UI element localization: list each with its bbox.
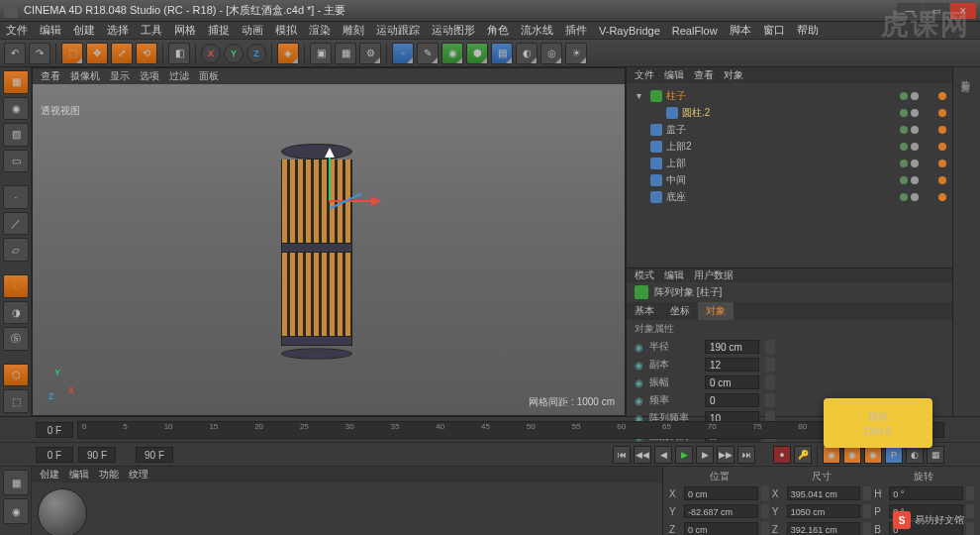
model-mode[interactable]: ▦ bbox=[3, 70, 29, 94]
autokey[interactable]: 🔑 bbox=[794, 446, 812, 464]
menu-窗口[interactable]: 窗口 bbox=[763, 23, 785, 38]
hierarchy-item[interactable]: 圆柱.2 bbox=[633, 104, 946, 121]
key-opts[interactable]: ▦ bbox=[927, 446, 944, 464]
menu-选择[interactable]: 选择 bbox=[107, 23, 129, 38]
attr-tab-坐标[interactable]: 坐标 bbox=[662, 302, 698, 320]
snap-settings[interactable]: ⬡ bbox=[3, 364, 29, 387]
menu-网格[interactable]: 网格 bbox=[174, 23, 196, 38]
goto-start[interactable]: ⏮ bbox=[613, 446, 631, 464]
edge-mode[interactable]: ／ bbox=[3, 212, 29, 236]
model-preview[interactable] bbox=[281, 144, 352, 352]
hierarchy-item[interactable]: ▾柱子 bbox=[633, 87, 946, 104]
generator-nurbs[interactable]: ◉ bbox=[441, 43, 463, 64]
rotate-tool[interactable]: ⟲ bbox=[136, 43, 157, 64]
move-tool[interactable]: ✥ bbox=[86, 43, 108, 64]
key-scale[interactable]: ◉ bbox=[843, 446, 861, 464]
menu-工具[interactable]: 工具 bbox=[141, 23, 162, 38]
play-button[interactable]: ▶ bbox=[675, 446, 693, 464]
menu-流水线[interactable]: 流水线 bbox=[521, 23, 553, 38]
attr-row: ◉半径190 cm bbox=[627, 338, 952, 356]
menu-脚本[interactable]: 脚本 bbox=[730, 23, 751, 38]
layout-tabs: 构造 对象 bbox=[952, 67, 980, 416]
record-button[interactable]: ● bbox=[773, 446, 791, 464]
range-end[interactable]: 90 F bbox=[136, 447, 173, 463]
step-back[interactable]: ◀◀ bbox=[634, 446, 651, 464]
viewport-canvas[interactable]: Y X Z 透视视图 网格间距 : 1000 cm bbox=[33, 84, 625, 415]
workplane-mode[interactable]: ▭ bbox=[3, 150, 29, 173]
undo-button[interactable]: ↶ bbox=[4, 43, 26, 64]
timeline-cur[interactable]: 0 F bbox=[36, 422, 73, 438]
object-manager: 虎课网 ▾柱子圆柱.2盖子上部2上部中间底座 bbox=[627, 83, 952, 268]
texture-mode[interactable]: ▨ bbox=[3, 123, 29, 147]
goto-end[interactable]: ⏭ bbox=[737, 446, 755, 464]
coord-system[interactable]: ◈ bbox=[277, 43, 299, 64]
x-axis-lock[interactable]: X bbox=[201, 44, 221, 63]
light[interactable]: ☀ bbox=[565, 43, 587, 64]
mat-view-2[interactable]: ◉ bbox=[3, 498, 29, 524]
viewport: 查看摄像机显示选项过滤面板 Y X Z 透视视图 网格间距 bbox=[32, 67, 626, 416]
range-min[interactable]: 0 F bbox=[36, 447, 73, 463]
menu-捕捉[interactable]: 捕捉 bbox=[208, 23, 230, 38]
render-view[interactable]: ▣ bbox=[310, 43, 332, 64]
attr-tab-基本[interactable]: 基本 bbox=[627, 302, 662, 320]
generator-array[interactable]: ⬢ bbox=[466, 43, 488, 64]
menu-插件[interactable]: 插件 bbox=[565, 23, 587, 38]
menu-运动跟踪[interactable]: 运动跟踪 bbox=[376, 23, 420, 38]
key-pos[interactable]: ◉ bbox=[823, 446, 840, 464]
render-pv[interactable]: ▦ bbox=[335, 43, 356, 64]
workplane-snap[interactable]: ⬚ bbox=[3, 389, 29, 413]
camera[interactable]: ◎ bbox=[540, 43, 562, 64]
step-fwd[interactable]: ▶▶ bbox=[717, 446, 735, 464]
menu-模拟[interactable]: 模拟 bbox=[275, 23, 297, 38]
material-preview[interactable] bbox=[38, 488, 87, 535]
hierarchy-item[interactable]: 上部 bbox=[633, 155, 946, 171]
primitive-cube[interactable]: ▫ bbox=[392, 43, 414, 64]
hierarchy-item[interactable]: 底座 bbox=[633, 188, 946, 205]
menu-创建[interactable]: 创建 bbox=[73, 23, 95, 38]
timeline-track[interactable]: 051015202530354045505560657075808590 bbox=[77, 421, 903, 439]
attr-tab-对象[interactable]: 对象 bbox=[698, 302, 734, 320]
menu-角色[interactable]: 角色 bbox=[487, 23, 509, 38]
enable-axis[interactable]: L bbox=[3, 274, 29, 298]
menu-雕刻[interactable]: 雕刻 bbox=[343, 23, 364, 38]
key-rot[interactable]: ◉ bbox=[864, 446, 882, 464]
menu-RealFlow[interactable]: RealFlow bbox=[672, 25, 718, 37]
mode-toolbar: ▦ ◉ ▨ ▭ · ／ ▱ L ◑ Ⓢ ⬡ ⬚ bbox=[0, 67, 32, 416]
menu-编辑[interactable]: 编辑 bbox=[40, 23, 61, 38]
array-icon bbox=[635, 285, 648, 299]
deformer[interactable]: ▤ bbox=[491, 43, 513, 64]
spline-pen[interactable]: ✎ bbox=[417, 43, 439, 64]
object-mode[interactable]: ◉ bbox=[3, 97, 29, 121]
menu-运动图形[interactable]: 运动图形 bbox=[432, 23, 475, 38]
redo-button[interactable]: ↷ bbox=[29, 43, 50, 64]
frame-fwd[interactable]: ▶ bbox=[696, 446, 714, 464]
hierarchy-item[interactable]: 盖子 bbox=[633, 121, 946, 138]
scale-tool[interactable]: ⤢ bbox=[111, 43, 133, 64]
viewport-solo[interactable]: ◑ bbox=[3, 301, 29, 325]
shortcut-popup: 保存 Ctrl+S bbox=[824, 398, 932, 448]
menu-渲染[interactable]: 渲染 bbox=[309, 23, 331, 38]
key-param[interactable]: P bbox=[885, 446, 903, 464]
last-tool[interactable]: ◧ bbox=[168, 43, 190, 64]
menu-帮助[interactable]: 帮助 bbox=[797, 23, 819, 38]
key-pla[interactable]: ◐ bbox=[906, 446, 924, 464]
menu-V-RayBridge[interactable]: V-RayBridge bbox=[599, 25, 660, 37]
axis-indicator: Y X Z bbox=[47, 372, 76, 401]
hierarchy-item[interactable]: 上部2 bbox=[633, 138, 946, 155]
z-axis-lock[interactable]: Z bbox=[246, 44, 266, 63]
range-max[interactable]: 90 F bbox=[78, 447, 116, 463]
attr-section: 对象属性 bbox=[627, 320, 952, 338]
main-toolbar: ↶ ↷ ⬚ ✥ ⤢ ⟲ ◧ X Y Z ◈ ▣ ▦ ⚙ ▫ ✎ ◉ ⬢ ▤ ◐ … bbox=[0, 40, 980, 67]
polygon-mode[interactable]: ▱ bbox=[3, 238, 29, 262]
environment[interactable]: ◐ bbox=[516, 43, 538, 64]
menu-文件[interactable]: 文件 bbox=[6, 23, 28, 38]
select-tool[interactable]: ⬚ bbox=[61, 43, 83, 64]
y-axis-lock[interactable]: Y bbox=[224, 44, 244, 63]
render-settings[interactable]: ⚙ bbox=[359, 43, 381, 64]
menu-动画[interactable]: 动画 bbox=[242, 23, 263, 38]
mat-view-1[interactable]: ▦ bbox=[3, 470, 29, 495]
snap-toggle[interactable]: Ⓢ bbox=[3, 327, 29, 351]
hierarchy-item[interactable]: 中间 bbox=[633, 171, 946, 188]
frame-back[interactable]: ◀ bbox=[654, 446, 672, 464]
point-mode[interactable]: · bbox=[3, 185, 29, 209]
